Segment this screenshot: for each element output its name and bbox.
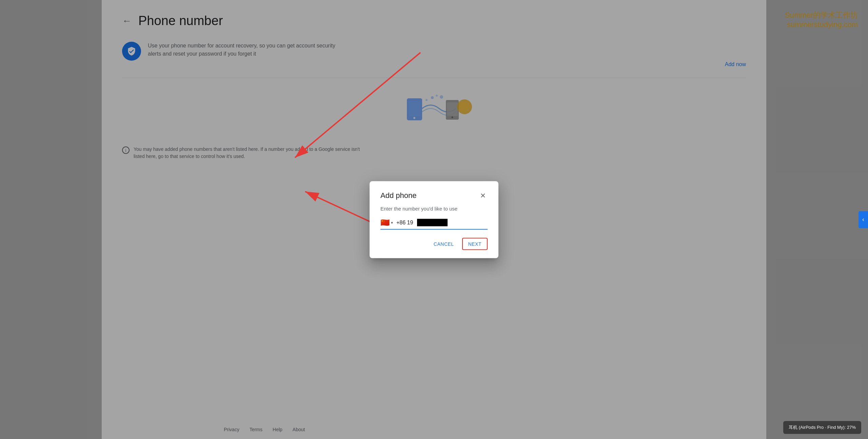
add-phone-modal: Add phone ✕ Enter the number you'd like … <box>370 181 498 258</box>
country-selector[interactable]: 🇨🇳 ▾ <box>380 218 393 227</box>
modal-header: Add phone ✕ <box>380 191 488 200</box>
modal-actions: CANCEL NEXT <box>380 238 488 250</box>
phone-prefix: +86 19 <box>396 219 413 225</box>
phone-input-row: 🇨🇳 ▾ +86 19 <box>380 218 488 230</box>
modal-close-button[interactable]: ✕ <box>478 191 488 200</box>
phone-redacted-value <box>417 219 448 226</box>
page-container: ← Phone number Use your phone number for… <box>0 0 868 439</box>
notification-text: 耳机 (AirPods Pro · Find My): 27% <box>789 424 856 431</box>
modal-title: Add phone <box>380 191 416 200</box>
dropdown-arrow-icon: ▾ <box>391 220 393 225</box>
next-button[interactable]: NEXT <box>462 238 488 250</box>
taskbar-notification: 耳机 (AirPods Pro · Find My): 27% <box>783 421 861 434</box>
country-flag: 🇨🇳 <box>380 218 390 227</box>
sidebar-tab[interactable]: ‹ <box>859 211 868 228</box>
cancel-button[interactable]: CANCEL <box>428 238 459 250</box>
modal-subtitle: Enter the number you'd like to use <box>380 205 488 211</box>
